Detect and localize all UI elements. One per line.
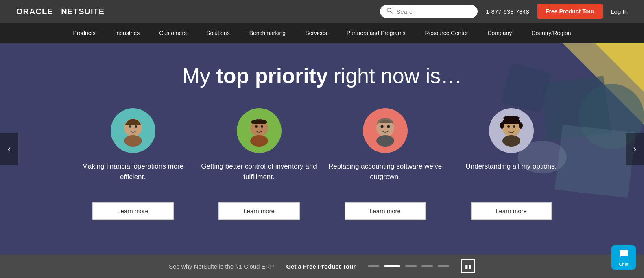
card-text-4: Understanding all my options. [466, 161, 557, 194]
card-text-3: Replacing accounting software we've outg… [326, 161, 444, 194]
card-text-1: Making financial operations more efficie… [74, 161, 192, 194]
svg-rect-18 [256, 119, 262, 120]
login-link[interactable]: Log In [611, 8, 628, 15]
learn-more-btn-4[interactable]: Learn more [471, 202, 552, 220]
card-text-2: Getting better control of inventory and … [200, 161, 318, 194]
avatar-image-1 [115, 112, 151, 149]
top-bar: ORACLE NETSUITE 1-877-638-7848 Free Prod… [0, 0, 644, 23]
avatar-1 [111, 108, 155, 153]
top-right: 1-877-638-7848 Free Product Tour Log In [380, 4, 628, 19]
svg-point-28 [519, 122, 523, 129]
card-financial: Making financial operations more efficie… [74, 108, 192, 220]
card-options: Understanding all my options. Learn more [452, 108, 570, 220]
svg-point-11 [129, 125, 131, 128]
card-accounting: Replacing accounting software we've outg… [326, 108, 444, 220]
phone-number: 1-877-638-7848 [486, 8, 529, 15]
nav-item-products[interactable]: Products [71, 23, 97, 43]
bottom-bar: See why NetSuite is the #1 Cloud ERP Get… [0, 255, 644, 278]
logo-oracle: ORACLE [16, 7, 53, 16]
nav-item-partners[interactable]: Partners and Programs [345, 23, 407, 43]
svg-point-15 [255, 125, 258, 128]
nav-bar: Products Industries Customers Solutions … [0, 23, 644, 43]
svg-point-12 [135, 125, 137, 128]
svg-point-10 [124, 135, 142, 147]
nav-item-country[interactable]: Country/Region [530, 23, 572, 43]
nav-item-industries[interactable]: Industries [114, 23, 142, 43]
nav-item-customers[interactable]: Customers [157, 23, 188, 43]
carousel-prev-button[interactable]: ‹ [0, 133, 18, 165]
carousel-next-button[interactable]: › [626, 133, 644, 165]
avatar-image-2 [241, 112, 277, 149]
hero-section: My top priority right now is… Making fin… [0, 43, 644, 255]
pause-icon: ▮▮ [465, 263, 472, 269]
svg-point-26 [513, 125, 515, 128]
cards-row: Making financial operations more efficie… [58, 108, 587, 220]
free-tour-button[interactable]: Free Product Tour [537, 4, 603, 19]
svg-point-27 [500, 122, 504, 129]
logo-netsuite: NETSUITE [61, 7, 105, 16]
chat-label: Chat [619, 262, 628, 267]
svg-rect-30 [507, 117, 516, 119]
svg-point-20 [376, 135, 394, 147]
progress-dots [368, 265, 449, 267]
svg-rect-6 [501, 63, 551, 113]
search-bar[interactable] [380, 5, 478, 18]
nav-item-resource[interactable]: Resource Center [424, 23, 470, 43]
avatar-4 [489, 108, 534, 153]
dot-4 [421, 265, 433, 267]
search-input[interactable] [396, 8, 471, 15]
svg-point-22 [387, 125, 390, 128]
learn-more-btn-1[interactable]: Learn more [92, 202, 174, 220]
chat-icon [619, 249, 629, 261]
hero-title: My top priority right now is… [182, 63, 462, 88]
svg-point-14 [250, 135, 268, 147]
dot-5 [438, 265, 449, 267]
bottom-bar-link[interactable]: Get a Free Product Tour [286, 263, 356, 270]
nav-item-benchmarking[interactable]: Benchmarking [248, 23, 288, 43]
svg-marker-3 [595, 43, 644, 92]
nav-item-services[interactable]: Services [303, 23, 329, 43]
avatar-3 [363, 108, 408, 153]
dot-1 [368, 265, 379, 267]
dot-2 [384, 265, 400, 267]
nav-item-solutions[interactable]: Solutions [205, 23, 231, 43]
svg-line-1 [391, 12, 393, 14]
learn-more-btn-3[interactable]: Learn more [345, 202, 426, 220]
chat-widget[interactable]: Chat [611, 245, 636, 270]
search-icon [386, 7, 393, 15]
avatar-2 [237, 108, 282, 153]
dot-3 [405, 265, 417, 267]
svg-point-25 [507, 125, 510, 128]
svg-point-21 [380, 125, 383, 128]
nav-item-company[interactable]: Company [486, 23, 513, 43]
pause-button[interactable]: ▮▮ [461, 259, 475, 273]
bottom-bar-text: See why NetSuite is the #1 Cloud ERP [169, 263, 274, 270]
svg-point-16 [261, 125, 263, 128]
avatar-image-3 [367, 112, 404, 149]
learn-more-btn-2[interactable]: Learn more [218, 202, 300, 220]
logo: ORACLE NETSUITE [16, 7, 105, 16]
svg-point-24 [502, 135, 520, 147]
card-inventory: Getting better control of inventory and … [200, 108, 318, 220]
avatar-image-4 [493, 112, 530, 149]
